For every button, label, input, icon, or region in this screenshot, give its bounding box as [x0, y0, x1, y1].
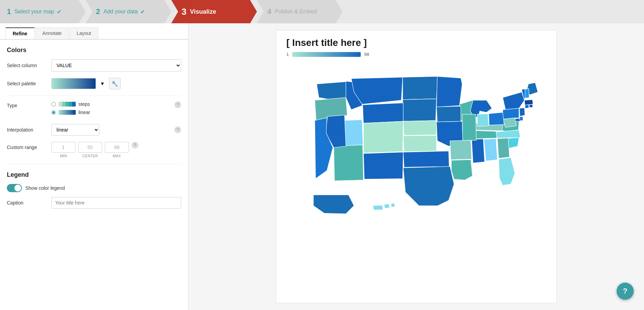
range-center-input[interactable]: [78, 142, 102, 153]
toggle-knob: [14, 185, 21, 191]
state-nd[interactable]: [403, 76, 438, 100]
state-ms[interactable]: [472, 139, 485, 163]
state-fl[interactable]: [499, 158, 515, 185]
tab-layout[interactable]: Layout: [70, 27, 98, 39]
caption-row: Caption: [7, 197, 181, 209]
state-ri[interactable]: [529, 104, 533, 108]
range-center-field: CENTER: [78, 142, 102, 158]
interpolation-select[interactable]: linear sqrt log: [51, 124, 99, 136]
steps-palette-preview: [59, 102, 76, 107]
divider-1: [7, 96, 181, 96]
state-mn[interactable]: [436, 76, 462, 107]
map-title: [ Insert title here ]: [286, 37, 546, 48]
type-row: Type steps: [7, 101, 181, 118]
help-button[interactable]: ?: [617, 283, 634, 300]
state-il[interactable]: [462, 114, 476, 141]
wrench-button[interactable]: 🔧: [109, 78, 121, 89]
show-legend-toggle[interactable]: [7, 184, 22, 192]
select-column-label: Select column: [7, 63, 51, 68]
state-nc[interactable]: [495, 130, 520, 138]
state-sd[interactable]: [403, 99, 437, 122]
type-help-icon[interactable]: ?: [174, 101, 181, 108]
state-ok[interactable]: [403, 151, 449, 167]
step-1-number: 1: [7, 7, 11, 16]
select-column-row: Select column VALUE: [7, 59, 181, 72]
state-nm[interactable]: [363, 152, 403, 179]
state-tx[interactable]: [403, 166, 454, 206]
state-ut[interactable]: [345, 120, 363, 146]
step-publish[interactable]: 4 Publish & Embed: [257, 0, 343, 23]
state-wv[interactable]: [503, 118, 516, 127]
select-column-control: VALUE: [51, 59, 181, 72]
state-co[interactable]: [363, 121, 403, 153]
tab-refine[interactable]: Refine: [5, 27, 35, 39]
linear-palette-preview: [59, 110, 76, 115]
range-min-input[interactable]: [51, 142, 75, 153]
state-oh[interactable]: [489, 112, 504, 125]
step-select-map[interactable]: 1 Select your map ✔: [0, 0, 86, 23]
map-container: [ Insert title here ] 1 98: [276, 30, 557, 303]
step-visualize[interactable]: 3 Visualize: [171, 0, 257, 23]
interpolation-row: Interpolation linear sqrt log ?: [7, 124, 181, 136]
state-nj[interactable]: [520, 108, 525, 116]
legend-max: 98: [364, 52, 369, 57]
toggle-label: Show color legend: [25, 185, 65, 191]
palette-dropdown-button[interactable]: ▼: [99, 81, 106, 86]
legend-bar: 1 98: [286, 52, 546, 57]
legend-min: 1: [286, 52, 289, 57]
custom-range-row: Custom range MIN CENTER MAX: [7, 142, 181, 158]
type-linear-radio[interactable]: [51, 110, 56, 115]
column-select[interactable]: VALUE: [51, 59, 181, 72]
state-az[interactable]: [334, 145, 363, 181]
state-ks[interactable]: [403, 135, 436, 151]
state-hi[interactable]: [373, 203, 395, 210]
select-palette-control: ▼ 🔧: [51, 78, 181, 89]
custom-range-help-icon[interactable]: ?: [132, 142, 138, 149]
state-ia[interactable]: [436, 106, 461, 122]
state-al[interactable]: [484, 139, 497, 161]
type-linear-option: linear: [51, 110, 174, 115]
state-ne[interactable]: [403, 121, 436, 135]
select-palette-row: Select palette ▼ 🔧: [7, 78, 181, 89]
map-area: [ Insert title here ] 1 98: [188, 23, 644, 310]
step-3-label: Visualize: [190, 8, 216, 15]
state-ar[interactable]: [450, 140, 472, 160]
type-steps-radio[interactable]: [51, 102, 56, 107]
state-ma[interactable]: [524, 100, 533, 105]
palette-preview[interactable]: [51, 78, 96, 89]
range-max-input[interactable]: [105, 142, 129, 153]
step-2-check: ✔: [140, 9, 145, 15]
state-ct[interactable]: [525, 105, 529, 108]
type-options: steps linear: [51, 101, 174, 118]
steps-bar: 1 Select your map ✔ 2 Add your data ✔ 3 …: [0, 0, 644, 23]
type-label: Type: [7, 101, 51, 108]
type-steps-label: steps: [78, 101, 90, 107]
state-ny[interactable]: [503, 92, 524, 110]
tab-annotate[interactable]: Annotate: [35, 27, 69, 39]
tabs-bar: Refine Annotate Layout: [0, 23, 188, 40]
state-ak[interactable]: [313, 195, 354, 214]
state-pa[interactable]: [503, 108, 519, 119]
main-layout: Refine Annotate Layout Colors Select col…: [0, 23, 644, 310]
palette-row: ▼ 🔧: [51, 78, 181, 89]
type-steps-option: steps: [51, 101, 174, 107]
state-in[interactable]: [477, 114, 489, 126]
step-add-data[interactable]: 2 Add your data ✔: [86, 0, 171, 23]
custom-range-label: Custom range: [7, 142, 51, 150]
caption-input[interactable]: [51, 197, 181, 209]
step-2-label: Add your data: [103, 9, 138, 15]
step-4-number: 4: [267, 7, 271, 16]
range-min-field: MIN: [51, 142, 75, 158]
usa-map: [286, 62, 546, 225]
state-wy[interactable]: [363, 103, 403, 123]
step-2-number: 2: [96, 7, 100, 16]
state-la[interactable]: [451, 160, 473, 180]
state-nh[interactable]: [525, 89, 529, 98]
select-palette-label: Select palette: [7, 81, 51, 86]
range-min-label: MIN: [60, 154, 67, 158]
legend-section: Legend Show color legend Caption: [7, 171, 181, 209]
range-inputs: MIN CENTER MAX: [51, 142, 129, 158]
interpolation-help-icon[interactable]: ?: [174, 126, 181, 133]
state-ga[interactable]: [497, 138, 510, 158]
help-icon: ?: [623, 287, 627, 296]
